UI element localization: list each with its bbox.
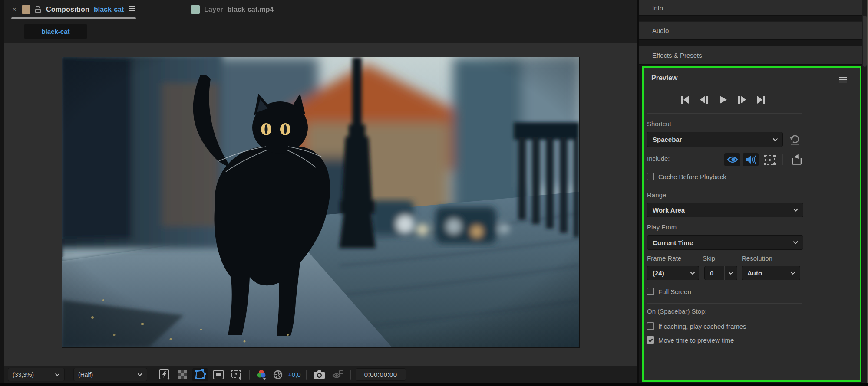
include-label: Include: [647, 155, 670, 162]
resolution-preview-value: Auto [742, 269, 767, 277]
region-of-interest-icon[interactable] [211, 368, 225, 381]
eye-icon [727, 156, 738, 164]
if-caching-checkbox[interactable] [647, 322, 654, 330]
viewer-tab-bar: × Composition black-cat Layer black-cat.… [4, 0, 637, 20]
cache-before-playback-checkbox[interactable] [647, 173, 654, 180]
first-frame-button[interactable] [680, 95, 690, 105]
frame-rate-value: (24) [647, 269, 670, 277]
speaker-icon [745, 155, 756, 164]
full-screen-row: Full Screen [647, 288, 691, 295]
layer-color-swatch [191, 5, 200, 14]
next-frame-button[interactable] [737, 95, 747, 105]
play-button[interactable] [718, 95, 728, 105]
mask-shape-visibility-icon[interactable] [192, 368, 208, 381]
chevron-down-icon [793, 241, 799, 244]
lock-icon[interactable] [35, 5, 42, 13]
breadcrumb-label: black-cat [41, 28, 69, 35]
breadcrumb-row: black-cat [4, 20, 637, 43]
fast-preview-icon[interactable] [157, 368, 172, 381]
include-audio-button[interactable] [743, 153, 759, 166]
timecode-field[interactable]: 0:00:00:00 [356, 368, 406, 381]
preview-panel-menu-icon[interactable] [839, 77, 848, 85]
chevron-down-icon [55, 373, 60, 376]
resolution-dropdown[interactable]: (Half) [73, 368, 147, 381]
play-from-label: Play From [647, 223, 677, 231]
tab-composition-name: black-cat [94, 6, 124, 13]
skip-value: 0 [705, 269, 719, 277]
frame-rate-dropdown[interactable]: (24) [647, 266, 699, 280]
tab-menu-icon[interactable] [128, 6, 136, 13]
tab-composition[interactable]: × Composition black-cat [11, 0, 136, 19]
preview-panel-title: Preview [651, 74, 677, 82]
show-channels-icon[interactable] [255, 368, 269, 381]
last-frame-button[interactable] [756, 95, 766, 105]
panel-effects-presets-label: Effects & Presets [652, 52, 702, 59]
panel-tab-audio[interactable]: Audio [639, 21, 862, 40]
move-time-label: Move time to preview time [658, 337, 734, 344]
close-tab-icon[interactable]: × [11, 6, 17, 13]
toolbar-separator [69, 370, 69, 380]
shortcut-dropdown[interactable]: Spacebar [647, 132, 783, 147]
window-bottom-edge [0, 383, 868, 386]
toolbar-separator [152, 370, 152, 380]
composition-viewport-video[interactable] [62, 57, 579, 347]
composition-viewer[interactable] [4, 43, 637, 366]
panel-audio-label: Audio [652, 27, 669, 34]
tab-layer[interactable]: Layer black-cat.mp4 [191, 0, 274, 19]
window-left-edge [0, 0, 4, 386]
composition-color-swatch [22, 5, 30, 14]
skip-dropdown[interactable]: 0 [704, 266, 737, 280]
cat-video-frame [62, 57, 579, 347]
divider [782, 154, 783, 165]
magnification-dropdown[interactable]: (33,3%) [8, 368, 65, 381]
guides-options-icon[interactable] [229, 368, 244, 381]
panel-tab-effects-presets[interactable]: Effects & Presets [639, 46, 862, 65]
full-screen-label: Full Screen [658, 288, 691, 295]
chevron-down-icon [772, 138, 778, 141]
resolution-preview-dropdown[interactable]: Auto [742, 266, 800, 280]
cache-before-playback-row: Cache Before Playback [647, 173, 726, 180]
adjust-exposure-icon[interactable] [271, 368, 284, 381]
toolbar-separator [306, 370, 307, 380]
active-tab-underline [11, 17, 136, 19]
snapshot-camera-icon[interactable] [312, 368, 327, 381]
range-value: Work Area [647, 206, 690, 214]
if-caching-row: If caching, play cached frames [647, 322, 746, 330]
include-overlays-icon[interactable] [764, 154, 776, 166]
divider [647, 303, 802, 304]
preview-panel: Preview Shortcut Spacebar Include: [642, 66, 861, 382]
toolbar-separator [350, 370, 351, 380]
range-label: Range [647, 191, 666, 199]
exposure-value[interactable]: +0,0 [288, 371, 301, 378]
chevron-down-icon [137, 373, 142, 376]
chevron-down-icon [724, 266, 737, 280]
reset-shortcut-icon[interactable] [789, 133, 801, 145]
show-snapshot-icon[interactable] [330, 368, 345, 381]
full-screen-checkbox[interactable] [647, 288, 654, 295]
toolbar-separator [249, 370, 250, 380]
tab-layer-name: black-cat.mp4 [228, 6, 274, 13]
play-from-dropdown[interactable]: Current Time [647, 235, 803, 250]
move-time-row: Move time to preview time [647, 336, 734, 344]
send-to-device-icon[interactable] [791, 154, 802, 165]
if-caching-label: If caching, play cached frames [658, 323, 746, 330]
panel-scrollbar-thumb[interactable] [863, 16, 867, 67]
previous-frame-button[interactable] [699, 95, 709, 105]
composition-panel: × Composition black-cat Layer black-cat.… [4, 0, 637, 383]
include-video-button[interactable] [724, 153, 740, 166]
transport-controls [680, 95, 766, 105]
shortcut-value: Spacebar [647, 136, 687, 143]
chevron-down-icon [790, 272, 795, 275]
resolution-value: (Half) [74, 371, 97, 378]
move-time-checkbox[interactable] [647, 336, 654, 344]
panel-tab-info[interactable]: Info [639, 0, 862, 16]
range-dropdown[interactable]: Work Area [647, 203, 803, 217]
magnification-value: (33,3%) [8, 371, 38, 378]
chevron-down-icon [686, 266, 699, 280]
resolution-preview-label: Resolution [742, 255, 772, 262]
cache-before-playback-label: Cache Before Playback [658, 173, 726, 180]
breadcrumb-composition[interactable]: black-cat [24, 24, 87, 39]
tab-layer-label: Layer [204, 6, 223, 13]
transparency-grid-icon[interactable] [176, 368, 189, 381]
divider [647, 113, 802, 114]
